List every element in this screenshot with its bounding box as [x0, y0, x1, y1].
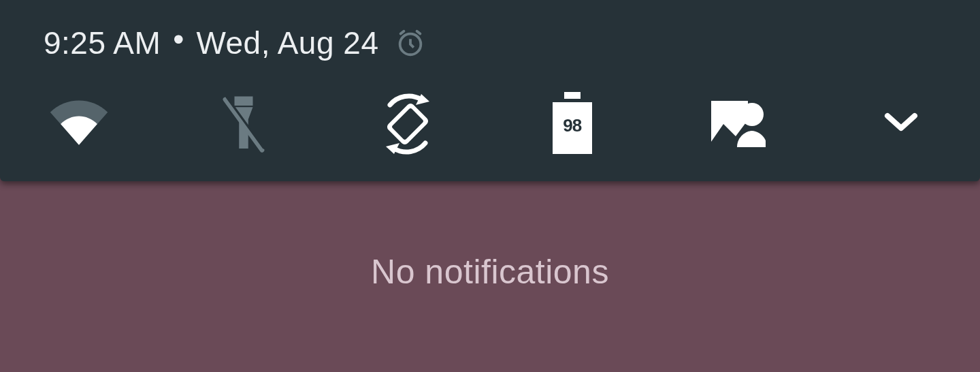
- wifi-icon: [46, 97, 112, 151]
- auto-rotate-icon: [374, 90, 442, 158]
- clock-time[interactable]: 9:25 AM: [44, 25, 161, 61]
- flashlight-off-icon: [218, 93, 269, 155]
- quick-settings-tiles: 98: [0, 69, 980, 158]
- chevron-down-icon: [882, 110, 920, 138]
- alarm-icon[interactable]: [395, 27, 426, 59]
- svg-rect-1: [234, 97, 252, 106]
- battery-tile[interactable]: 98: [532, 90, 613, 158]
- battery-percent: 98: [563, 115, 581, 136]
- svg-point-8: [740, 103, 764, 126]
- clock-date[interactable]: Wed, Aug 24: [196, 25, 378, 61]
- expand-quick-settings-button[interactable]: [860, 90, 942, 158]
- wifi-tile[interactable]: [38, 90, 120, 158]
- auto-rotate-tile[interactable]: [367, 90, 448, 158]
- user-profile-icon: [707, 97, 766, 151]
- status-time-row: 9:25 AM • Wed, Aug 24: [0, 16, 980, 69]
- notification-shade[interactable]: No notifications: [0, 181, 980, 362]
- user-profile-tile[interactable]: [696, 90, 777, 158]
- battery-icon: 98: [550, 93, 595, 155]
- separator-dot: •: [173, 23, 184, 55]
- quick-settings-panel: 9:25 AM • Wed, Aug 24: [0, 0, 980, 181]
- flashlight-tile[interactable]: [203, 90, 284, 158]
- no-notifications-label: No notifications: [371, 252, 609, 292]
